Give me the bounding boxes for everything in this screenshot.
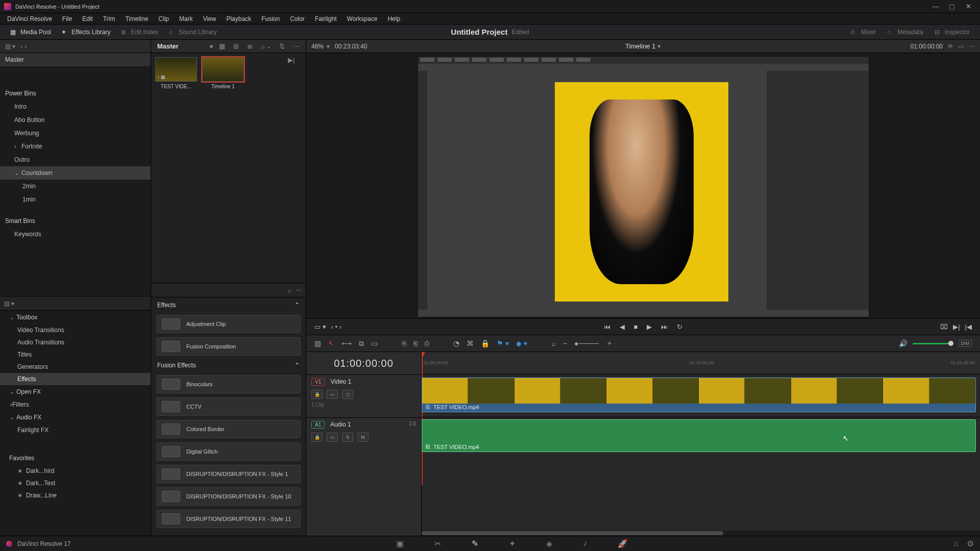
sound-library-toggle[interactable]: ♫Sound Library [163, 26, 222, 38]
nav-back-icon[interactable]: ‹ [20, 43, 22, 50]
chevron-down-icon[interactable]: ⌄ [14, 169, 19, 177]
replace-clip-icon[interactable]: ⎙ [425, 339, 429, 347]
more-icon[interactable]: ⋯ [296, 287, 302, 294]
settings-icon[interactable]: ⚙ [967, 539, 974, 548]
speaker-icon[interactable]: 🔊 [899, 339, 908, 347]
menu-item[interactable]: View [198, 13, 222, 24]
tree-item[interactable]: Effects [0, 373, 151, 385]
tree-item[interactable]: Fairlight FX [0, 424, 151, 436]
edit-index-toggle[interactable]: ≣Edit Index [116, 26, 163, 38]
list-view-icon[interactable]: ≣ [245, 42, 255, 50]
menu-item[interactable]: Edit [77, 13, 98, 24]
flag-icon[interactable]: ⚑ ▾ [497, 339, 509, 347]
viewer-zoom[interactable]: 46% [311, 43, 324, 50]
lock-icon[interactable]: 🔒 [481, 339, 489, 347]
fusion-page-icon[interactable]: ✦ [509, 539, 516, 548]
bin-item[interactable]: ⌄Countdown [0, 166, 151, 180]
blade-tool[interactable]: ▭ [371, 339, 378, 347]
window-minimize-button[interactable]: — [928, 2, 943, 12]
sort-icon[interactable]: ⇅ [277, 42, 287, 50]
play-icon[interactable]: ▶| [288, 56, 295, 64]
menu-item[interactable]: Workspace [342, 13, 383, 24]
dim-button[interactable]: DIM [959, 340, 972, 347]
thumbnails-view-icon[interactable]: ▦ [217, 42, 227, 50]
viewer-canvas[interactable] [418, 56, 869, 317]
in-out-icon[interactable]: ▭ ▾ [314, 323, 326, 331]
track-badge[interactable]: V1 [311, 378, 325, 386]
favorite-item[interactable]: ★Dark...Text [0, 477, 151, 489]
auto-select-button[interactable]: ▭ [327, 390, 338, 399]
effects-group-header[interactable]: Effects⌃ [151, 297, 306, 313]
menu-item[interactable]: Clip [153, 13, 174, 24]
bin-item[interactable]: Keywords [0, 228, 151, 241]
media-clip[interactable]: ♪ ▦ TEST VIDE... [155, 57, 197, 89]
menu-item[interactable]: File [57, 13, 77, 24]
menu-item[interactable]: Timeline [120, 13, 153, 24]
effect-row[interactable]: CCTV [156, 397, 301, 416]
link-icon[interactable]: ⌘ [467, 339, 474, 347]
audio-track-header[interactable]: A1 Audio 1 2.0 🔒 ▭ S M [306, 417, 421, 460]
dynamic-trim-tool[interactable]: ⧉ [359, 339, 364, 348]
step-back-icon[interactable]: |◀ [965, 323, 972, 331]
more-icon[interactable]: ⋯ [291, 42, 302, 50]
cut-page-icon[interactable]: ✂ [434, 539, 441, 548]
more-icon[interactable]: ⋯ [969, 43, 975, 50]
effect-row[interactable]: Fusion Composition [156, 337, 301, 356]
window-close-button[interactable]: ✕ [961, 2, 976, 12]
inspector-toggle[interactable]: ⊟Inspector [929, 26, 975, 38]
deliver-page-icon[interactable]: 🚀 [618, 539, 628, 548]
timeline-view-icon[interactable]: ▥ [314, 339, 321, 347]
media-pool-toggle[interactable]: ▦Media Pool [5, 26, 56, 38]
menu-item[interactable]: Trim [98, 13, 120, 24]
stop-button[interactable]: ■ [634, 323, 638, 331]
effect-row[interactable]: Adjustment Clip [156, 315, 301, 333]
disable-track-button[interactable]: ◻ [342, 390, 353, 399]
breadcrumb[interactable]: Master [155, 42, 206, 50]
track-badge[interactable]: A1 [311, 421, 325, 429]
track-name[interactable]: Audio 1 [330, 421, 351, 428]
effect-row[interactable]: DISRUPTION/DISRUPTION FX - Style 10 [156, 487, 301, 506]
color-page-icon[interactable]: ◈ [546, 539, 552, 548]
volume-slider[interactable] [913, 343, 953, 344]
timeline-timecode[interactable]: 01:00:00:00 [306, 352, 421, 374]
zoom-in-icon[interactable]: ＋ [606, 339, 613, 348]
bin-item[interactable]: Outro [0, 153, 151, 166]
grid-view-icon[interactable]: ⊞ [231, 42, 241, 50]
master-bin[interactable]: Master [0, 53, 151, 66]
bin-item[interactable]: 2min [0, 180, 151, 193]
tree-category[interactable]: ⌄Toolbox [0, 311, 151, 324]
bin-item[interactable]: 1min [0, 193, 151, 206]
go-end-button[interactable]: ⏭ [661, 323, 668, 331]
zoom-search-icon[interactable]: ⌕ [552, 339, 556, 347]
power-bins-header[interactable]: Power Bins [0, 87, 151, 100]
trim-tool[interactable]: ⟷ [341, 339, 352, 347]
metadata-toggle[interactable]: ⌂Metadata [883, 26, 928, 38]
lock-track-button[interactable]: 🔒 [311, 390, 323, 399]
match-frame-icon[interactable]: ⌧ [940, 323, 948, 331]
menu-item[interactable]: Fairlight [310, 13, 342, 24]
home-icon[interactable]: ⌂ [953, 539, 959, 548]
go-start-button[interactable]: ⏮ [604, 323, 610, 331]
effect-row[interactable]: DISRUPTION/DISRUPTION FX - Style 11 [156, 510, 301, 528]
edit-page-icon[interactable]: ✎ [472, 539, 478, 548]
viewer-body[interactable]: ▶| [306, 53, 980, 318]
effect-row[interactable]: DISRUPTION/DISRUPTION FX - Style 1 [156, 465, 301, 483]
chevron-down-icon[interactable]: ⌄ [9, 414, 14, 421]
chevron-down-icon[interactable]: ⌄ [9, 314, 14, 321]
auto-select-button[interactable]: ▭ [327, 433, 338, 442]
tree-item[interactable]: Titles [0, 348, 151, 361]
window-maximize-button[interactable]: ▢ [944, 2, 960, 12]
chevron-right-icon[interactable]: › [14, 143, 19, 150]
media-clip[interactable]: Timeline 1 [202, 57, 244, 89]
tree-category[interactable]: ⌄Open FX [0, 385, 151, 398]
solo-button[interactable]: S [342, 433, 353, 442]
menu-item[interactable]: DaVinci Resolve [2, 13, 57, 24]
nav-fwd-icon[interactable]: › [24, 43, 27, 50]
audio-track-lane[interactable]: ⛓ TEST VIDEO.mp4 ↖ [422, 417, 980, 457]
chevron-down-icon[interactable]: ▾ [327, 43, 330, 50]
menu-item[interactable]: Fusion [256, 13, 285, 24]
tree-item[interactable]: Video Transitions [0, 324, 151, 336]
media-page-icon[interactable]: ▣ [396, 539, 404, 548]
selection-tool[interactable]: ↖ [328, 339, 334, 347]
menu-item[interactable]: Playback [221, 13, 256, 24]
